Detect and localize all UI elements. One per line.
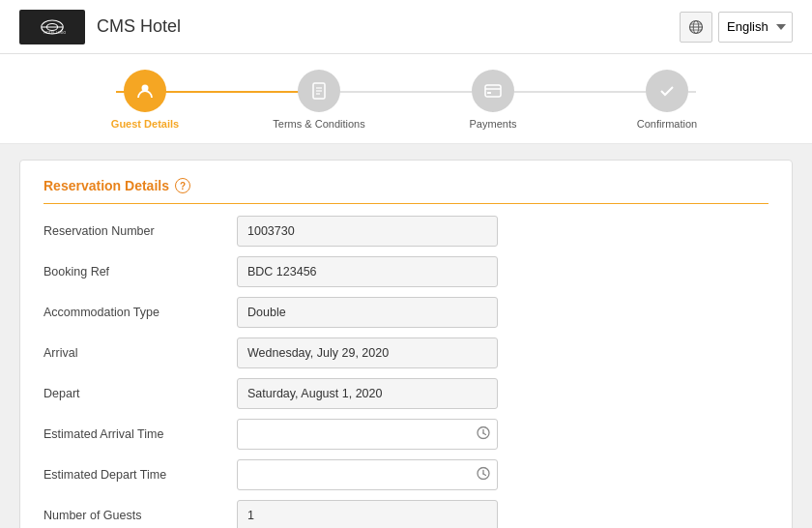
- label-guests: Number of Guests: [44, 509, 237, 522]
- input-arrival[interactable]: [237, 337, 498, 368]
- language-icon-button[interactable]: [680, 12, 712, 43]
- svg-text:HOTEL LOGO: HOTEL LOGO: [44, 31, 66, 35]
- step-label-3: Payments: [470, 118, 517, 130]
- input-depart[interactable]: [237, 378, 498, 409]
- input-guests[interactable]: [237, 500, 498, 528]
- time-input-depart-wrapper: [237, 459, 498, 490]
- form-row-guests: Number of Guests: [44, 500, 768, 528]
- label-est-depart-time: Estimated Depart Time: [44, 468, 237, 482]
- stepper-section: Guest Details Terms & Conditions: [0, 54, 812, 144]
- form-row-booking-ref: Booking Ref: [44, 256, 768, 287]
- hotel-logo: HOTEL LOGO: [19, 10, 85, 44]
- label-booking-ref: Booking Ref: [44, 265, 237, 279]
- reservation-card: Reservation Details ? Reservation Number…: [19, 160, 793, 528]
- step-label-4: Confirmation: [637, 118, 697, 130]
- form-row-est-arrival-time: Estimated Arrival Time: [44, 419, 768, 450]
- form-row-reservation-number: Reservation Number: [44, 216, 768, 247]
- label-arrival: Arrival: [44, 346, 237, 360]
- language-select[interactable]: English: [718, 12, 793, 43]
- step-circle-3: [472, 70, 514, 112]
- help-icon[interactable]: ?: [175, 178, 190, 193]
- input-est-arrival-time[interactable]: [237, 419, 498, 450]
- step-payments[interactable]: Payments: [406, 70, 580, 130]
- globe-icon: [688, 19, 704, 35]
- step-label-1: Guest Details: [111, 118, 179, 130]
- form-row-depart: Depart: [44, 378, 768, 409]
- document-icon: [309, 81, 329, 101]
- label-accommodation-type: Accommodation Type: [44, 306, 237, 319]
- header-left: HOTEL LOGO CMS Hotel: [19, 10, 181, 44]
- form-row-arrival: Arrival: [44, 337, 768, 368]
- step-confirmation[interactable]: Confirmation: [580, 70, 754, 130]
- time-input-arrival-wrapper: [237, 419, 498, 450]
- step-circle-4: [646, 70, 688, 112]
- step-terms[interactable]: Terms & Conditions: [232, 70, 406, 130]
- label-est-arrival-time: Estimated Arrival Time: [44, 427, 237, 441]
- label-depart: Depart: [44, 387, 237, 400]
- label-reservation-number: Reservation Number: [44, 224, 237, 238]
- input-est-depart-time[interactable]: [237, 459, 498, 490]
- stepper: Guest Details Terms & Conditions: [0, 70, 812, 130]
- step-guest-details[interactable]: Guest Details: [58, 70, 232, 130]
- form-row-accommodation-type: Accommodation Type: [44, 297, 768, 328]
- user-icon: [135, 81, 155, 101]
- check-icon: [657, 81, 677, 101]
- form-row-est-depart-time: Estimated Depart Time: [44, 459, 768, 490]
- section-title: Reservation Details ?: [44, 178, 768, 204]
- input-reservation-number[interactable]: [237, 216, 498, 247]
- input-accommodation-type[interactable]: [237, 297, 498, 328]
- step-circle-2: [298, 70, 340, 112]
- header-right: English: [680, 12, 793, 43]
- step-label-2: Terms & Conditions: [273, 118, 364, 130]
- svg-rect-14: [485, 85, 501, 97]
- header: HOTEL LOGO CMS Hotel English: [0, 0, 812, 54]
- svg-rect-16: [487, 92, 491, 94]
- card-icon: [483, 81, 503, 101]
- app-title: CMS Hotel: [97, 16, 181, 37]
- step-circle-1: [124, 70, 166, 112]
- input-booking-ref[interactable]: [237, 256, 498, 287]
- main-content: Reservation Details ? Reservation Number…: [0, 144, 812, 528]
